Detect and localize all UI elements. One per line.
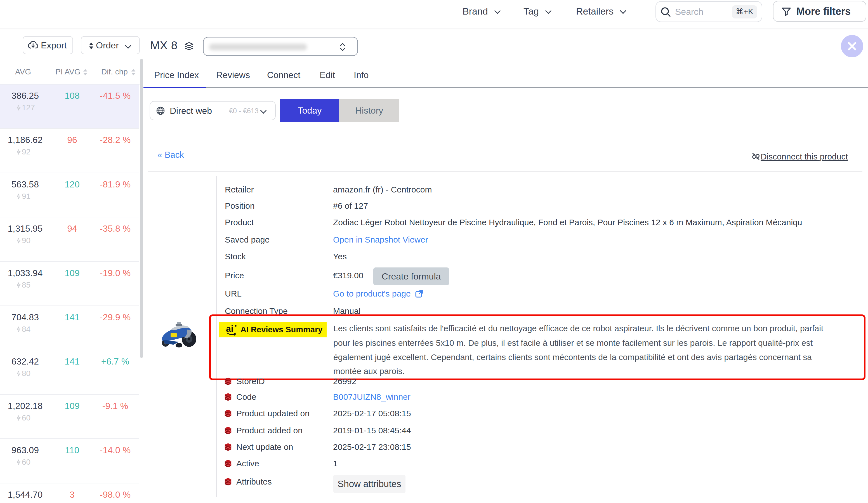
svg-text:ai: ai — [226, 324, 234, 334]
